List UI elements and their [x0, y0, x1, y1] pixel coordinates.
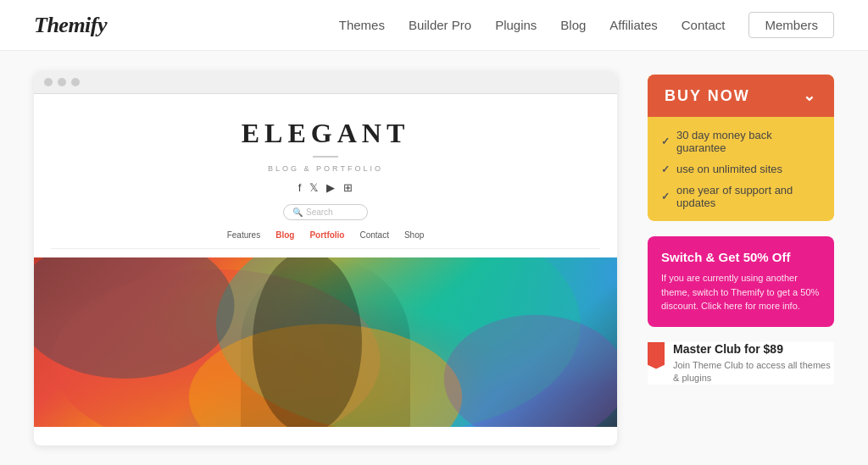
theme-search: 🔍 Search [51, 204, 600, 220]
buy-now-label: BUY NOW [665, 87, 750, 105]
theme-social-icons: f 𝕏 ▶ ⊞ [51, 181, 600, 194]
theme-header-area: ELEGANT Blog & Portfolio f 𝕏 ▶ ⊞ 🔍 Searc… [34, 94, 617, 257]
site-logo[interactable]: Themify [34, 13, 107, 38]
theme-subtitle: Blog & Portfolio [51, 164, 600, 173]
buy-now-features: ✓ 30 day money back guarantee ✓ use on u… [648, 117, 834, 209]
sidebar: BUY NOW ⌄ ✓ 30 day money back guarantee … [648, 71, 834, 446]
facebook-icon: f [298, 181, 302, 194]
main-content: ELEGANT Blog & Portfolio f 𝕏 ▶ ⊞ 🔍 Searc… [0, 51, 868, 465]
theme-title: ELEGANT [51, 118, 600, 149]
theme-nav-contact: Contact [359, 230, 388, 240]
nav-themes[interactable]: Themes [339, 18, 385, 32]
master-club-desc: Join Theme Club to access all themes & p… [673, 359, 834, 385]
theme-nav-features: Features [227, 230, 260, 240]
check-icon-2: ✓ [661, 163, 670, 175]
twitter-icon: 𝕏 [309, 181, 318, 194]
rss-icon: ⊞ [343, 181, 353, 194]
feature-label-2: use on unlimited sites [676, 163, 782, 175]
nav-affiliates[interactable]: Affiliates [609, 18, 657, 32]
nav-plugins[interactable]: Plugins [495, 18, 537, 32]
chevron-down-icon: ⌄ [803, 86, 817, 105]
theme-search-box: 🔍 Search [283, 204, 368, 220]
theme-divider [313, 156, 338, 158]
nav-contact[interactable]: Contact [682, 18, 726, 32]
check-icon-3: ✓ [661, 191, 670, 202]
search-icon: 🔍 [292, 208, 303, 217]
theme-nav-blog: Blog [275, 230, 294, 240]
search-placeholder: Search [306, 208, 333, 217]
master-club-box[interactable]: Master Club for $89 Join Theme Club to a… [648, 342, 834, 385]
feature-label-3: one year of support and updates [676, 184, 821, 209]
site-header: Themify Themes Builder Pro Plugins Blog … [0, 0, 868, 51]
buy-now-button[interactable]: BUY NOW ⌄ [648, 75, 834, 117]
switch-title: Switch & Get 50% Off [661, 250, 821, 264]
theme-hero-image [34, 257, 617, 427]
browser-dot-3 [71, 78, 80, 86]
browser-dot-1 [44, 78, 53, 86]
theme-nav: Features Blog Portfolio Contact Shop [51, 230, 600, 249]
theme-inner: ELEGANT Blog & Portfolio f 𝕏 ▶ ⊞ 🔍 Searc… [34, 94, 617, 427]
nav-blog[interactable]: Blog [560, 18, 586, 32]
browser-dot-2 [58, 78, 66, 86]
main-nav: Themes Builder Pro Plugins Blog Affiliat… [339, 12, 834, 38]
feature-item-1: ✓ 30 day money back guarantee [661, 129, 821, 154]
theme-nav-portfolio: Portfolio [309, 230, 344, 240]
ribbon-icon [648, 342, 665, 369]
feature-item-2: ✓ use on unlimited sites [661, 163, 821, 175]
feature-label-1: 30 day money back guarantee [676, 129, 821, 154]
svg-point-5 [253, 257, 362, 427]
theme-preview: ELEGANT Blog & Portfolio f 𝕏 ▶ ⊞ 🔍 Searc… [34, 71, 617, 446]
switch-text: If you are currently using another theme… [661, 271, 821, 313]
switch-box[interactable]: Switch & Get 50% Off If you are currentl… [648, 236, 834, 327]
nav-builder-pro[interactable]: Builder Pro [409, 18, 471, 32]
browser-chrome [34, 71, 617, 94]
master-club-title: Master Club for $89 [673, 342, 834, 356]
members-button[interactable]: Members [748, 12, 834, 38]
check-icon-1: ✓ [661, 136, 670, 147]
buy-now-box: BUY NOW ⌄ ✓ 30 day money back guarantee … [648, 75, 834, 221]
feature-item-3: ✓ one year of support and updates [661, 184, 821, 209]
theme-nav-shop: Shop [404, 230, 424, 240]
youtube-icon: ▶ [326, 181, 335, 194]
master-club-content: Master Club for $89 Join Theme Club to a… [673, 342, 834, 385]
